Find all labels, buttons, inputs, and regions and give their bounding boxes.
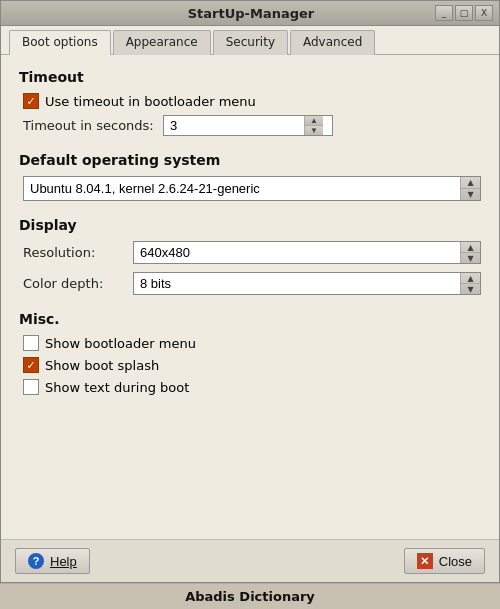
tab-security[interactable]: Security (213, 30, 288, 55)
color-depth-up-arrow: ▲ (461, 273, 480, 284)
os-up-arrow: ▲ (461, 177, 480, 189)
close-window-button[interactable]: X (475, 5, 493, 21)
color-depth-label: Color depth: (23, 276, 133, 291)
show-splash-row: Show boot splash (19, 357, 481, 373)
color-depth-select[interactable]: 8 bits 16 bits 24 bits (134, 273, 460, 294)
misc-title: Misc. (19, 311, 481, 327)
titlebar-buttons: _ □ X (435, 5, 493, 21)
timeout-seconds-label: Timeout in seconds: (23, 118, 163, 133)
bottombar: Abadis Dictionary (0, 583, 500, 609)
show-bootloader-row: Show bootloader menu (19, 335, 481, 351)
minimize-button[interactable]: _ (435, 5, 453, 21)
os-down-arrow: ▼ (461, 189, 480, 200)
close-button[interactable]: ✕ Close (404, 548, 485, 574)
use-timeout-row: Use timeout in bootloader menu (19, 93, 481, 109)
show-bootloader-label: Show bootloader menu (45, 336, 196, 351)
footer: ? Help ✕ Close (1, 539, 499, 582)
window-title: StartUp-Manager (67, 6, 435, 21)
tab-advanced[interactable]: Advanced (290, 30, 375, 55)
os-select-spinner[interactable]: ▲ ▼ (460, 177, 480, 200)
show-splash-checkbox[interactable] (23, 357, 39, 373)
tab-content: Timeout Use timeout in bootloader menu T… (1, 55, 499, 539)
timeout-title: Timeout (19, 69, 481, 85)
spinbox-down-button[interactable]: ▼ (305, 126, 323, 135)
default-os-title: Default operating system (19, 152, 481, 168)
timeout-input[interactable] (164, 116, 304, 135)
resolution-select-box: 640x480 800x600 1024x768 1280x1024 ▲ ▼ (133, 241, 481, 264)
timeout-section: Timeout Use timeout in bootloader menu T… (19, 69, 481, 136)
help-label: Help (50, 554, 77, 569)
color-depth-spinner[interactable]: ▲ ▼ (460, 273, 480, 294)
help-button[interactable]: ? Help (15, 548, 90, 574)
maximize-button[interactable]: □ (455, 5, 473, 21)
resolution-label: Resolution: (23, 245, 133, 260)
display-section: Display Resolution: 640x480 800x600 1024… (19, 217, 481, 295)
resolution-spinner[interactable]: ▲ ▼ (460, 242, 480, 263)
color-depth-row: Color depth: 8 bits 16 bits 24 bits ▲ ▼ (19, 272, 481, 295)
resolution-down-arrow: ▼ (461, 253, 480, 263)
bottombar-label: Abadis Dictionary (185, 589, 315, 604)
spinbox-up-button[interactable]: ▲ (305, 116, 323, 126)
show-splash-label: Show boot splash (45, 358, 159, 373)
resolution-select[interactable]: 640x480 800x600 1024x768 1280x1024 (134, 242, 460, 263)
titlebar: StartUp-Manager _ □ X (1, 1, 499, 26)
os-select[interactable]: Ubuntu 8.04.1, kernel 2.6.24-21-generic … (24, 177, 460, 200)
color-depth-select-box: 8 bits 16 bits 24 bits ▲ ▼ (133, 272, 481, 295)
main-window: StartUp-Manager _ □ X Boot options Appea… (0, 0, 500, 583)
timeout-spinbox: ▲ ▼ (163, 115, 333, 136)
show-text-checkbox[interactable] (23, 379, 39, 395)
use-timeout-checkbox[interactable] (23, 93, 39, 109)
show-bootloader-checkbox[interactable] (23, 335, 39, 351)
resolution-row: Resolution: 640x480 800x600 1024x768 128… (19, 241, 481, 264)
show-text-label: Show text during boot (45, 380, 189, 395)
color-depth-down-arrow: ▼ (461, 284, 480, 294)
os-select-box: Ubuntu 8.04.1, kernel 2.6.24-21-generic … (23, 176, 481, 201)
show-text-row: Show text during boot (19, 379, 481, 395)
tab-boot-options[interactable]: Boot options (9, 30, 111, 55)
tab-bar: Boot options Appearance Security Advance… (1, 26, 499, 55)
close-icon: ✕ (417, 553, 433, 569)
use-timeout-label: Use timeout in bootloader menu (45, 94, 256, 109)
spinbox-buttons: ▲ ▼ (304, 116, 323, 135)
default-os-section: Default operating system Ubuntu 8.04.1, … (19, 152, 481, 201)
help-icon: ? (28, 553, 44, 569)
misc-section: Misc. Show bootloader menu Show boot spl… (19, 311, 481, 395)
timeout-seconds-row: Timeout in seconds: ▲ ▼ (19, 115, 481, 136)
display-title: Display (19, 217, 481, 233)
os-dropdown-row: Ubuntu 8.04.1, kernel 2.6.24-21-generic … (19, 176, 481, 201)
resolution-up-arrow: ▲ (461, 242, 480, 253)
tab-appearance[interactable]: Appearance (113, 30, 211, 55)
close-label: Close (439, 554, 472, 569)
